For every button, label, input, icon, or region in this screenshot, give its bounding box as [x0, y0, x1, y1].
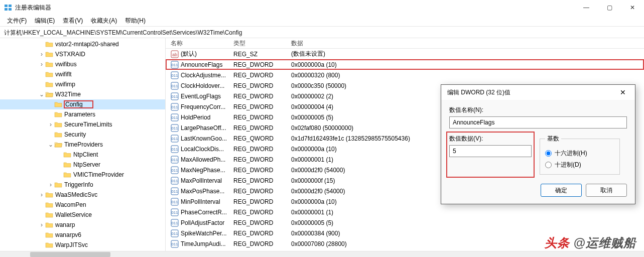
tree-item-waasmedicsvc[interactable]: ›WaaSMedicSvc: [0, 190, 165, 200]
value-type: REG_DWORD: [233, 93, 291, 100]
tree-item-label: vwifimp: [55, 81, 75, 88]
svg-rect-3: [9, 8, 12, 11]
value-name: LocalClockDis...: [181, 146, 224, 153]
value-type: REG_DWORD: [233, 167, 291, 174]
tree-item-vstxraid[interactable]: ›VSTXRAID: [0, 49, 165, 59]
base-legend: 基数: [545, 135, 561, 143]
tree-item-securetimelimits[interactable]: ›SecureTimeLimits: [0, 119, 165, 130]
menu-help[interactable]: 帮助(H): [121, 16, 150, 26]
value-name: FrequencyCorr...: [181, 103, 225, 110]
value-name: MaxPollInterval: [181, 177, 222, 184]
folder-icon: [54, 131, 62, 138]
tree-item-label: TriggerInfo: [64, 181, 93, 188]
tree-item-ntpserver[interactable]: NtpServer: [0, 160, 165, 170]
value-row[interactable]: (默认)REG_SZ(数值未设置): [166, 49, 644, 59]
col-type[interactable]: 类型: [233, 39, 291, 48]
menu-file[interactable]: 文件(F): [3, 16, 31, 26]
dword-icon: [171, 103, 179, 111]
twist-icon[interactable]: ›: [47, 181, 54, 188]
tree-item-vstor2-mntapi20-shared[interactable]: vstor2-mntapi20-shared: [0, 39, 165, 49]
window-title: 注册表编辑器: [15, 4, 575, 12]
value-data-field[interactable]: [449, 145, 532, 157]
string-icon: [171, 50, 179, 58]
value-type: REG_DWORD: [233, 209, 291, 216]
tree-item-label: WarpJITSvc: [55, 241, 88, 248]
dword-icon: [171, 124, 179, 132]
tree-panel[interactable]: vstor2-mntapi20-shared›VSTXRAID›vwifibus…: [0, 38, 166, 251]
value-type: REG_DWORD: [233, 114, 291, 121]
tree-item-vwififlt[interactable]: vwififlt: [0, 69, 165, 79]
folder-icon: [63, 151, 71, 158]
value-row[interactable]: PhaseCorrectR...REG_DWORD0x00000001 (1): [166, 207, 644, 217]
tree-item-timeproviders[interactable]: ⌄TimeProviders: [0, 140, 165, 150]
cancel-button[interactable]: 取消: [586, 184, 627, 197]
tree-item-triggerinfo[interactable]: ›TriggerInfo: [0, 180, 165, 190]
maximize-button[interactable]: ▢: [598, 0, 621, 15]
tree-item-vwifimp[interactable]: vwifimp: [0, 79, 165, 89]
value-name: TimeJumpAudi...: [181, 240, 226, 247]
twist-icon[interactable]: ›: [38, 221, 45, 228]
folder-icon: [45, 51, 53, 58]
tree-item-wanarp[interactable]: ›wanarp: [0, 220, 165, 230]
value-type: REG_DWORD: [233, 230, 291, 237]
tree-item-security[interactable]: Security: [0, 130, 165, 140]
tree-item-warpjitsvc[interactable]: WarpJITSvc: [0, 240, 165, 250]
tree-item-config[interactable]: Config: [0, 99, 165, 109]
dword-icon: [171, 240, 179, 248]
tree-item-ntpclient[interactable]: NtpClient: [0, 150, 165, 160]
folder-icon: [54, 101, 62, 108]
folder-icon: [45, 81, 53, 88]
ok-button[interactable]: 确定: [541, 184, 582, 197]
minimize-button[interactable]: ―: [575, 0, 598, 15]
value-row[interactable]: ClockAdjustme...REG_DWORD0x00000320 (800…: [166, 70, 644, 80]
value-row[interactable]: AnnounceFlagsREG_DWORD0x0000000a (10): [166, 59, 644, 70]
value-name-label: 数值名称(N):: [449, 106, 627, 114]
tree-item-walletservice[interactable]: WalletService: [0, 210, 165, 220]
twist-icon[interactable]: ⌄: [38, 91, 45, 98]
dword-icon: [171, 145, 179, 153]
close-button[interactable]: ✕: [621, 0, 644, 15]
value-type: REG_DWORD: [233, 188, 291, 195]
twist-icon[interactable]: ›: [47, 121, 54, 128]
dialog-titlebar[interactable]: 编辑 DWORD (32 位)值 ✕: [441, 85, 635, 100]
folder-icon: [45, 91, 53, 98]
value-data: 0x00000001 (1): [291, 209, 644, 216]
value-data-label: 数值数据(V):: [449, 135, 532, 143]
value-name: PollAdjustFactor: [181, 219, 224, 226]
folder-icon: [63, 171, 71, 178]
horizontal-scrollbar[interactable]: [0, 251, 644, 257]
radio-dec[interactable]: 十进制(D): [545, 161, 614, 169]
twist-icon[interactable]: ›: [38, 61, 45, 68]
radio-hex[interactable]: 十六进制(H): [545, 149, 614, 158]
tree-item-vmictimeprovider[interactable]: VMICTimeProvider: [0, 170, 165, 180]
dword-icon: [171, 156, 179, 164]
list-header[interactable]: 名称类型数据: [166, 38, 644, 49]
menu-edit[interactable]: 编辑(E): [31, 16, 59, 26]
radio-hex-input[interactable]: [545, 150, 552, 157]
radio-dec-input[interactable]: [545, 162, 552, 168]
col-data[interactable]: 数据: [291, 39, 644, 48]
folder-icon: [45, 231, 53, 238]
tree-item-vwifibus[interactable]: ›vwifibus: [0, 59, 165, 69]
menu-favorites[interactable]: 收藏夹(A): [87, 16, 121, 26]
dialog-close-button[interactable]: ✕: [615, 88, 631, 96]
value-row[interactable]: PollAdjustFactorREG_DWORD0x00000005 (5): [166, 217, 644, 228]
tree-item-wacompen[interactable]: WacomPen: [0, 200, 165, 210]
address-bar[interactable]: 计算机\HKEY_LOCAL_MACHINE\SYSTEM\CurrentCon…: [0, 26, 644, 38]
value-name: ClockAdjustme...: [181, 72, 226, 79]
menu-view[interactable]: 查看(V): [59, 16, 87, 26]
folder-icon: [54, 181, 62, 188]
tree-item-parameters[interactable]: Parameters: [0, 109, 165, 119]
twist-icon[interactable]: ›: [38, 51, 45, 58]
twist-icon[interactable]: ›: [38, 191, 45, 198]
twist-icon[interactable]: ⌄: [47, 141, 54, 148]
dialog-title: 编辑 DWORD (32 位)值: [447, 88, 615, 97]
value-type: REG_DWORD: [233, 198, 291, 205]
value-name: (默认): [181, 50, 197, 58]
dword-icon: [171, 229, 179, 237]
col-name[interactable]: 名称: [171, 39, 233, 48]
dword-icon: [171, 219, 179, 227]
tree-item-w32time[interactable]: ⌄W32Time: [0, 89, 165, 99]
tree-item-label: Security: [64, 131, 86, 138]
tree-item-wanarpv6[interactable]: wanarpv6: [0, 230, 165, 240]
